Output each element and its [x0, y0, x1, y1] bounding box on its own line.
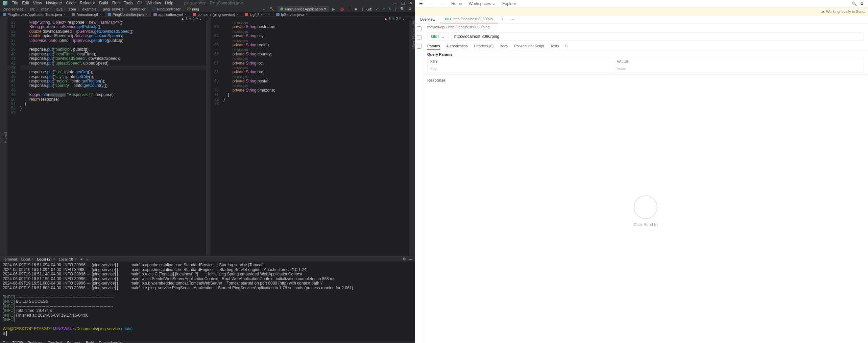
reqtab-params[interactable]: Params: [427, 43, 440, 50]
tool-commit[interactable]: Commit: [0, 132, 1, 143]
terminal-tab[interactable]: Local (2)✕: [37, 257, 55, 261]
forward-icon[interactable]: →: [440, 1, 444, 6]
close-icon[interactable]: ✕: [409, 1, 412, 5]
back-icon[interactable]: ←: [262, 7, 266, 11]
git-more-icon[interactable]: ⤴: [395, 7, 397, 11]
tool-maven[interactable]: Maven: [412, 39, 415, 49]
run-config-selector[interactable]: ⬢ PingServiceApplication ▾: [278, 6, 329, 12]
status-build[interactable]: Build: [86, 341, 94, 343]
gutter[interactable]: 6364656667686970717273: [211, 20, 221, 256]
nav-workspaces[interactable]: Workspaces ⌄: [469, 1, 496, 6]
code-area[interactable]: Map<String, Object> response = new HashM…: [18, 20, 206, 256]
more-icon[interactable]: ⋮: [406, 17, 410, 21]
menu-edit[interactable]: Edit: [22, 1, 29, 5]
tab-overview[interactable]: Overview: [415, 15, 440, 23]
reqtab-headers[interactable]: Headers (6): [474, 43, 493, 50]
breadcrumb-segment[interactable]: controller: [130, 7, 145, 11]
key-input[interactable]: Key: [428, 65, 614, 72]
new-tab-button[interactable]: +: [498, 15, 507, 23]
close-tab-icon[interactable]: ✕: [184, 13, 187, 16]
breadcrumb-segment[interactable]: java: [56, 7, 63, 11]
close-icon[interactable]: ✕: [53, 258, 55, 261]
run-icon[interactable]: ▶: [332, 7, 336, 11]
marker-strip[interactable]: [409, 20, 412, 256]
history-icon[interactable]: [417, 44, 421, 49]
breadcrumb-segment[interactable]: ping: [192, 7, 199, 11]
close-tab-icon[interactable]: ✕: [99, 13, 102, 16]
search-icon[interactable]: 🔍: [400, 7, 405, 11]
reqtab-body[interactable]: Body: [500, 43, 508, 50]
breadcrumb-segment[interactable]: main: [41, 7, 49, 11]
close-tab-icon[interactable]: ✕: [306, 13, 308, 16]
breadcrumb-segment[interactable]: ping_service: [103, 7, 124, 11]
chevron-up-icon[interactable]: ^: [196, 17, 198, 21]
nav-home[interactable]: Home: [451, 1, 462, 6]
left-editor[interactable]: ▲3 ✎1 ^ ⌄ ⋮ 3334353637383940414243444546…: [7, 17, 209, 256]
git-update-icon[interactable]: ↻: [388, 7, 391, 11]
status-terminal[interactable]: Terminal: [48, 341, 62, 343]
close-tab-icon[interactable]: ✕: [63, 13, 66, 16]
close-tab-icon[interactable]: ✕: [268, 13, 270, 16]
menu-code[interactable]: Code: [66, 1, 76, 5]
status-services[interactable]: Services: [67, 341, 81, 343]
status-dependencies[interactable]: Dependencies: [99, 341, 122, 343]
status-todo[interactable]: TODO: [12, 341, 23, 343]
editor-tab[interactable]: log4j2.xml✕: [242, 12, 273, 17]
git-pull-icon[interactable]: ✓: [376, 7, 379, 11]
tab-options-icon[interactable]: ⋯: [507, 15, 518, 23]
reqtab-tests[interactable]: Tests: [550, 43, 559, 50]
tool-notifications[interactable]: Notifications: [412, 20, 415, 39]
maximize-icon[interactable]: ▢: [401, 1, 405, 5]
editor-tab[interactable]: Animation.gif✕: [69, 12, 105, 17]
menu-file[interactable]: File: [11, 1, 18, 5]
collections-icon[interactable]: [417, 26, 421, 31]
menu-window[interactable]: Window: [146, 1, 161, 5]
editor-tab[interactable]: IpService.java✕: [273, 12, 311, 17]
terminal-settings-icon[interactable]: ⚙: [403, 257, 406, 261]
stop-icon[interactable]: ■: [355, 7, 359, 11]
marker-strip[interactable]: [206, 20, 209, 256]
menu-git[interactable]: Git: [137, 1, 142, 5]
menu-run[interactable]: Run: [112, 1, 120, 5]
menu-help[interactable]: Help: [165, 1, 173, 5]
menu-view[interactable]: View: [33, 1, 42, 5]
typo-icon[interactable]: ✎: [189, 17, 192, 21]
chevron-up-icon[interactable]: ^: [399, 17, 401, 21]
reqtab-s[interactable]: S: [565, 43, 568, 50]
more-actions-icon[interactable]: ⋮: [347, 7, 351, 11]
close-icon[interactable]: ✕: [74, 258, 77, 261]
debug-icon[interactable]: 🐞: [340, 7, 344, 11]
add-terminal-icon[interactable]: +: [80, 257, 82, 261]
close-tab-icon[interactable]: ✕: [236, 13, 239, 16]
status-git[interactable]: Git: [3, 341, 7, 343]
chevron-down-icon[interactable]: ⌄: [402, 17, 405, 21]
menu-refactor[interactable]: Refactor: [80, 1, 95, 5]
breadcrumb-segment[interactable]: com: [69, 7, 76, 11]
tool-project[interactable]: Project: [4, 132, 7, 143]
typo-icon[interactable]: ✎: [392, 17, 395, 21]
method-selector[interactable]: GET⌄: [427, 32, 449, 41]
reqtab-prerequestscript[interactable]: Pre-request Script: [514, 43, 544, 50]
editor-tab[interactable]: pom.xml (ping-service)✕: [190, 12, 242, 17]
breadcrumb-segment[interactable]: src: [30, 7, 35, 11]
value-input[interactable]: Value: [614, 65, 864, 72]
back-icon[interactable]: ←: [430, 1, 434, 6]
settings-icon[interactable]: ⚙: [408, 7, 412, 11]
more-icon[interactable]: ⋮: [203, 17, 207, 21]
nav-explore[interactable]: Explore: [502, 1, 516, 6]
settings-icon[interactable]: ⚙: [860, 1, 864, 6]
terminal-body[interactable]: 2024-06-09T19:16:51.094-04:00 INFO 39996…: [0, 262, 415, 342]
chevron-down-icon[interactable]: ⌄: [199, 17, 202, 21]
hammer-icon[interactable]: 🔨: [269, 7, 274, 11]
request-breadcrumb[interactable]: movies-api / http://localhost:8080/ping: [423, 24, 868, 30]
url-input[interactable]: http://localhost:8080/ping: [451, 32, 864, 41]
reqtab-authorization[interactable]: Authorization: [446, 43, 468, 50]
breadcrumb[interactable]: ping-service〉src〉main〉java〉com〉example〉p…: [3, 6, 199, 11]
breadcrumb-segment[interactable]: ping-service: [3, 7, 23, 11]
minimize-icon[interactable]: —: [393, 1, 397, 5]
environments-icon[interactable]: [417, 35, 421, 40]
status-problems[interactable]: Problems: [28, 341, 43, 343]
editor-tab[interactable]: PingController.java✕: [105, 12, 151, 17]
search-icon[interactable]: 🔍: [852, 1, 857, 6]
breadcrumb-segment[interactable]: PingController: [157, 7, 180, 11]
